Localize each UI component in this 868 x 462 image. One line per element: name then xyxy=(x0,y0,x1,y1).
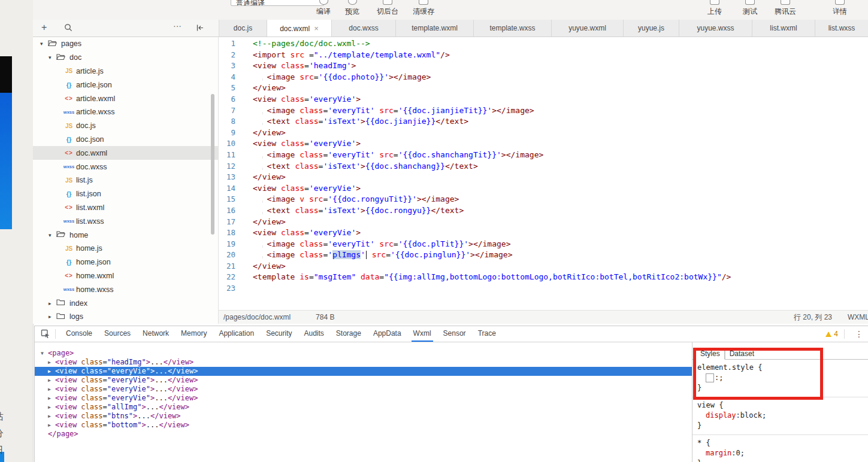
expand-arrow-icon[interactable]: ▶ xyxy=(48,412,55,421)
expand-arrow-icon[interactable]: ▸ xyxy=(49,300,56,306)
expand-arrow-icon[interactable]: ▸ xyxy=(49,314,56,320)
devtools-tab-Network[interactable]: Network xyxy=(137,326,175,342)
code-editor[interactable]: 1<!--pages/doc/doc.wxml-->2<import src =… xyxy=(219,37,868,310)
editor-tab-doc.wxss[interactable]: doc.wxss xyxy=(332,20,396,37)
editor-tab-list.wxml[interactable]: list.wxml xyxy=(752,20,815,37)
editor-tab-template.wxss[interactable]: template.wxss xyxy=(474,20,552,37)
css-property-value[interactable]: :block; xyxy=(736,411,767,420)
compile-mode-dropdown[interactable]: 普通编译 xyxy=(231,0,324,6)
toolbar-button-切后台[interactable]: 切后台 xyxy=(377,0,398,17)
css-rule-*[interactable]: * {margin:0;} xyxy=(692,435,868,462)
wxml-node-row-4[interactable]: ▶<view class="everyVie">...</view> xyxy=(35,385,692,394)
wxml-node-row-7[interactable]: ▶<view class="btns">...</view> xyxy=(35,412,692,421)
toolbar-button-上传[interactable]: 上传 xyxy=(707,0,722,17)
editor-tab-doc.js[interactable]: doc.js xyxy=(219,20,267,37)
toolbar-button-详情[interactable]: 详情 xyxy=(833,0,847,17)
style-edit-input[interactable] xyxy=(706,373,714,382)
file-article.wxml[interactable]: <>article.wxml xyxy=(33,92,218,105)
sidebar-scrollbar[interactable] xyxy=(211,94,214,235)
expand-arrow-icon[interactable]: ▶ xyxy=(48,394,55,403)
wxml-node-row-2[interactable]: ▶<view class="everyVie">...</view> xyxy=(35,367,692,376)
file-doc.wxml[interactable]: <>doc.wxml xyxy=(33,146,218,160)
devtools-menu-icon[interactable]: ⋮ xyxy=(855,329,863,339)
language-mode[interactable]: WXML xyxy=(848,313,868,321)
collapse-sidebar-icon[interactable] xyxy=(196,24,204,33)
wxml-node-row-1[interactable]: ▶<view class="headImg">...</view> xyxy=(35,358,692,367)
expand-arrow-icon[interactable]: ▶ xyxy=(48,376,55,385)
expand-arrow-icon[interactable]: ▾ xyxy=(40,41,48,47)
expand-arrow-icon[interactable]: ▾ xyxy=(49,54,56,60)
compile-icon xyxy=(319,0,328,5)
toolbar-button-编译[interactable]: 编译 xyxy=(316,0,331,17)
devtools-tab-Console[interactable]: Console xyxy=(60,326,98,342)
expand-arrow-icon[interactable]: ▶ xyxy=(48,367,55,376)
warning-icon[interactable] xyxy=(825,332,831,337)
file-list.json[interactable]: {}list.json xyxy=(33,187,218,201)
editor-tab-yuyue.wxml[interactable]: yuyue.wxml xyxy=(552,20,624,37)
css-property-value[interactable]: :0; xyxy=(731,449,745,457)
folder-pages[interactable]: ▾pages xyxy=(33,37,218,51)
wxml-node-row-6[interactable]: ▶<view class="allImg">...</view> xyxy=(35,403,692,412)
file-doc.json[interactable]: {}doc.json xyxy=(33,133,218,147)
css-property-name[interactable]: display xyxy=(706,411,736,420)
tab-styles[interactable]: Styles xyxy=(695,348,725,360)
devtools-tab-Security[interactable]: Security xyxy=(260,326,298,342)
search-icon[interactable] xyxy=(64,23,72,33)
toolbar-button-清缓存[interactable]: 清缓存 xyxy=(413,0,434,17)
file-list.wxss[interactable]: wxsslist.wxss xyxy=(33,214,218,228)
file-home.wxml[interactable]: <>home.wxml xyxy=(33,269,218,283)
file-home.js[interactable]: JShome.js xyxy=(33,242,218,256)
expand-arrow-icon[interactable]: ▶ xyxy=(48,385,55,394)
file-list.js[interactable]: JSlist.js xyxy=(33,174,218,187)
wxml-node-row-8[interactable]: ▶<view class="bottom">...</view> xyxy=(35,421,692,430)
editor-tab-list.wxss[interactable]: list.wxss xyxy=(815,20,868,37)
expand-arrow-icon[interactable]: ▶ xyxy=(48,421,55,430)
devtools-tab-Memory[interactable]: Memory xyxy=(175,326,213,342)
devtools-tab-Storage[interactable]: Storage xyxy=(330,326,367,342)
editor-tab-yuyue.js[interactable]: yuyue.js xyxy=(624,20,679,37)
editor-tab-template.wxml[interactable]: template.wxml xyxy=(396,20,474,37)
devtools-tab-Trace[interactable]: Trace xyxy=(472,326,502,342)
toolbar-button-腾讯云[interactable]: 腾讯云 xyxy=(775,0,796,17)
expand-arrow-icon[interactable] xyxy=(41,430,48,439)
expand-arrow-icon[interactable]: ▶ xyxy=(48,358,55,367)
toolbar-button-预览[interactable]: 预览 xyxy=(345,0,359,17)
file-article.json[interactable]: {}article.json xyxy=(33,78,218,92)
wxml-node-row-9[interactable]: </page> xyxy=(35,430,692,439)
inspect-element-icon[interactable] xyxy=(40,329,51,339)
file-article.wxss[interactable]: wxssarticle.wxss xyxy=(33,105,218,119)
css-rule-view[interactable]: view {display:block;} xyxy=(692,397,868,435)
folder-logs[interactable]: ▸logs xyxy=(33,310,218,324)
wxml-node-row-5[interactable]: ▶<view class="everyVie">...</view> xyxy=(35,394,692,403)
expand-arrow-icon[interactable]: ▾ xyxy=(49,232,56,238)
folder-home[interactable]: ▾home xyxy=(33,228,218,242)
devtools-tab-AppData[interactable]: AppData xyxy=(367,326,407,342)
expand-arrow-icon[interactable]: ▼ xyxy=(41,349,48,358)
more-icon[interactable]: ··· xyxy=(173,22,182,31)
element-style-rule[interactable]: element.style { :; } xyxy=(692,360,868,397)
devtools-tab-Application[interactable]: Application xyxy=(213,326,260,342)
editor-tab-doc.wxml[interactable]: doc.wxml× xyxy=(267,20,332,37)
expand-arrow-icon[interactable]: ▶ xyxy=(48,403,55,412)
devtools-tab-Sensor[interactable]: Sensor xyxy=(437,326,472,342)
editor-tab-yuyue.wxss[interactable]: yuyue.wxss xyxy=(679,20,752,37)
file-article.js[interactable]: JSarticle.js xyxy=(33,65,218,78)
toolbar-button-测试[interactable]: 测试 xyxy=(743,0,757,17)
css-property-name[interactable]: margin xyxy=(706,449,731,457)
close-tab-icon[interactable]: × xyxy=(314,24,319,33)
warning-count[interactable]: 4 xyxy=(834,330,838,338)
file-list.wxml[interactable]: <>list.wxml xyxy=(33,201,218,215)
folder-doc[interactable]: ▾doc xyxy=(33,51,218,65)
file-home.wxss[interactable]: wxsshome.wxss xyxy=(33,282,218,296)
file-home.json[interactable]: {}home.json xyxy=(33,256,218,269)
devtools-tab-Wxml[interactable]: Wxml xyxy=(407,326,437,342)
devtools-tab-Sources[interactable]: Sources xyxy=(98,326,137,342)
folder-index[interactable]: ▸index xyxy=(33,296,218,310)
file-doc.wxss[interactable]: wxssdoc.wxss xyxy=(33,160,218,174)
wxml-node-row-0[interactable]: ▼<page> xyxy=(35,349,692,358)
wxml-node-row-3[interactable]: ▶<view class="everyVie">...</view> xyxy=(35,376,692,385)
devtools-tab-Audits[interactable]: Audits xyxy=(298,326,330,342)
tab-dataset[interactable]: Dataset xyxy=(725,349,758,359)
add-file-icon[interactable]: + xyxy=(41,23,47,32)
file-doc.js[interactable]: JSdoc.js xyxy=(33,119,218,133)
